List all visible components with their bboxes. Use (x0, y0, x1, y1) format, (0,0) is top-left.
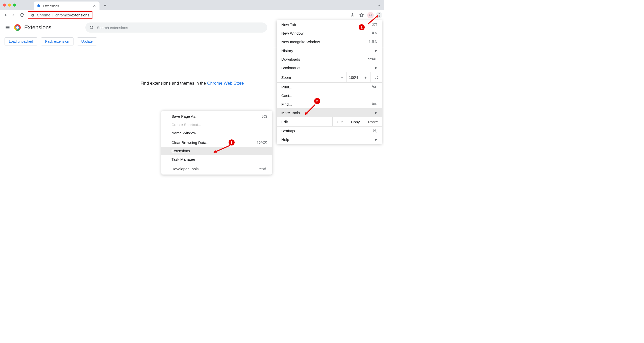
chevron-right-icon: ▶ (375, 111, 377, 114)
submenu-developer-tools-label: Developer Tools (171, 167, 199, 171)
close-tab-icon[interactable]: ✕ (92, 4, 96, 8)
menu-new-window[interactable]: New Window ⌘N (277, 29, 382, 37)
pack-extension-button[interactable]: Pack extension (41, 37, 73, 45)
submenu-save-page-label: Save Page As... (171, 114, 199, 118)
menu-edit-label: Edit (277, 120, 332, 124)
menu-new-window-shortcut: ⌘N (371, 31, 377, 35)
back-button[interactable] (2, 12, 9, 19)
load-unpacked-button[interactable]: Load unpacked (5, 37, 37, 45)
chrome-page-icon (31, 13, 35, 17)
submenu-separator (161, 164, 272, 164)
minimize-window-button[interactable] (8, 4, 11, 7)
search-icon (89, 25, 94, 30)
tab-title: Extensions (43, 4, 90, 8)
submenu-separator (161, 138, 272, 138)
menu-bookmarks[interactable]: Bookmarks ▶ (277, 63, 382, 72)
submenu-name-window-label: Name Window... (171, 131, 199, 135)
svg-line-14 (368, 16, 378, 24)
svg-point-3 (32, 14, 34, 16)
menu-find-label: Find... (281, 102, 292, 106)
submenu-task-manager-label: Task Manager (171, 157, 195, 161)
menu-history-label: History (281, 48, 293, 53)
menu-more-tools-label: More Tools (281, 111, 300, 115)
menu-print-shortcut: ⌘P (371, 85, 377, 89)
submenu-task-manager[interactable]: Task Manager (161, 155, 272, 163)
menu-print[interactable]: Print... ⌘P (277, 83, 382, 91)
submenu-extensions-label: Extensions (171, 149, 190, 153)
address-bar[interactable]: Chrome | chrome://extensions (28, 11, 92, 19)
submenu-clear-browsing-shortcut: ⇧⌘⌫ (256, 141, 267, 145)
menu-cut[interactable]: Cut (332, 117, 346, 126)
chrome-main-menu: New Tab ⌘T New Window ⌘N New Incognito W… (277, 20, 382, 144)
fullscreen-button[interactable] (370, 72, 382, 82)
menu-settings-label: Settings (281, 129, 295, 133)
svg-marker-5 (360, 13, 364, 17)
chevron-right-icon: ▶ (375, 66, 377, 69)
submenu-create-shortcut-label: Create Shortcut... (171, 122, 201, 127)
annotation-step-1: 1 (359, 24, 365, 30)
page-title: Extensions (24, 24, 52, 31)
menu-cast[interactable]: Cast... (277, 91, 382, 100)
maximize-window-button[interactable] (13, 4, 16, 7)
menu-cast-label: Cast... (281, 93, 292, 98)
annotation-arrow-1 (366, 14, 381, 26)
menu-print-label: Print... (281, 85, 292, 89)
menu-bookmarks-label: Bookmarks (281, 66, 300, 70)
zoom-value: 100% (346, 72, 361, 82)
annotation-arrow-2 (303, 103, 318, 117)
address-url-path: extensions (71, 13, 89, 17)
menu-help[interactable]: Help ▶ (277, 135, 382, 144)
menu-edit-row: Edit Cut Copy Paste (277, 117, 382, 126)
browser-tab[interactable]: Extensions ✕ (34, 2, 100, 10)
menu-help-label: Help (281, 137, 289, 142)
svg-line-13 (92, 28, 93, 29)
forward-button[interactable] (10, 12, 17, 19)
chrome-logo-icon (14, 24, 21, 31)
tabs-chevron-icon[interactable] (377, 4, 381, 7)
zoom-in-button[interactable]: + (361, 72, 370, 82)
menu-paste[interactable]: Paste (364, 117, 382, 126)
hamburger-menu-icon[interactable] (5, 24, 11, 31)
menu-new-window-label: New Window (281, 31, 304, 35)
menu-new-incognito-shortcut: ⇧⌘N (368, 40, 377, 44)
chevron-right-icon: ▶ (375, 49, 377, 52)
annotation-arrow-3 (212, 144, 232, 155)
menu-more-tools[interactable]: More Tools ▶ (277, 108, 382, 117)
submenu-developer-tools-shortcut: ⌥⌘I (259, 167, 267, 171)
search-placeholder: Search extensions (97, 26, 128, 30)
address-prefix: Chrome (37, 13, 50, 17)
extension-icon (37, 4, 41, 8)
submenu-clear-browsing-label: Clear Browsing Data... (171, 140, 209, 145)
menu-zoom: Zoom − 100% + (277, 72, 382, 82)
annotation-step-3: 3 (229, 139, 235, 145)
menu-history[interactable]: History ▶ (277, 46, 382, 55)
search-extensions-input[interactable]: Search extensions (85, 22, 267, 33)
window-tab-strip: Extensions ✕ + (0, 0, 384, 10)
menu-settings[interactable]: Settings ⌘, (277, 127, 382, 135)
close-window-button[interactable] (3, 4, 6, 7)
chevron-right-icon: ▶ (375, 138, 377, 141)
chrome-web-store-link[interactable]: Chrome Web Store (207, 81, 244, 86)
submenu-save-page-shortcut: ⌘S (262, 114, 267, 118)
share-icon[interactable] (349, 12, 356, 19)
submenu-save-page[interactable]: Save Page As... ⌘S (161, 112, 272, 120)
browser-toolbar: Chrome | chrome://extensions 👓 (0, 10, 384, 20)
submenu-developer-tools[interactable]: Developer Tools ⌥⌘I (161, 165, 272, 173)
menu-new-incognito-label: New Incognito Window (281, 40, 320, 44)
menu-find-shortcut: ⌘F (371, 102, 377, 106)
bookmark-star-icon[interactable] (358, 12, 365, 19)
submenu-name-window[interactable]: Name Window... (161, 129, 272, 137)
reload-button[interactable] (18, 12, 25, 19)
update-button[interactable]: Update (77, 37, 97, 45)
menu-new-incognito[interactable]: New Incognito Window ⇧⌘N (277, 37, 382, 46)
zoom-out-button[interactable]: − (337, 72, 346, 82)
menu-copy[interactable]: Copy (347, 117, 364, 126)
address-separator: | (52, 13, 53, 17)
menu-downloads-shortcut: ⌥⌘L (368, 57, 377, 61)
menu-downloads[interactable]: Downloads ⌥⌘L (277, 55, 382, 63)
menu-find[interactable]: Find... ⌘F (277, 100, 382, 108)
new-tab-button[interactable]: + (102, 2, 109, 9)
menu-zoom-label: Zoom (277, 75, 337, 80)
more-tools-submenu: Save Page As... ⌘S Create Shortcut... Na… (161, 111, 272, 175)
address-url-scheme: chrome:// (55, 13, 71, 17)
